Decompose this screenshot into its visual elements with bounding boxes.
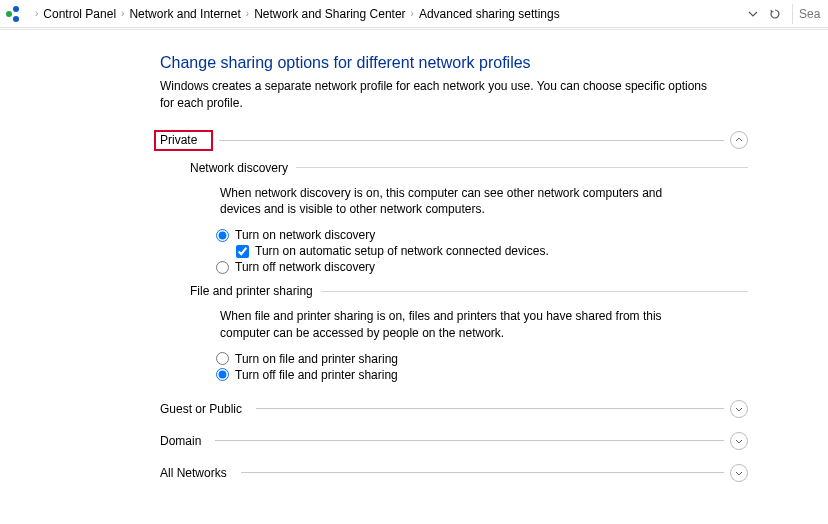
option-label: Turn on network discovery (235, 228, 375, 242)
separator-line (215, 440, 724, 441)
section-description: When file and printer sharing is on, fil… (220, 308, 700, 342)
option-label: Turn on file and printer sharing (235, 352, 398, 366)
main-content: Change sharing options for different net… (0, 30, 828, 482)
radio-nd-on[interactable] (216, 229, 229, 242)
profile-all-header[interactable]: All Networks (160, 464, 748, 482)
section-title: File and printer sharing (190, 284, 321, 298)
separator-line (321, 291, 748, 292)
chevron-right-icon: › (411, 8, 414, 19)
chevron-up-icon[interactable] (730, 131, 748, 149)
address-bar: › Control Panel › Network and Internet ›… (0, 0, 828, 28)
option-label: Turn off file and printer sharing (235, 368, 398, 382)
separator-line (219, 140, 724, 141)
dropdown-button[interactable] (744, 5, 762, 23)
chevron-down-icon[interactable] (730, 464, 748, 482)
chevron-down-icon[interactable] (730, 400, 748, 418)
breadcrumb-item[interactable]: Network and Sharing Center (254, 7, 405, 21)
profile-guest-header[interactable]: Guest or Public (160, 400, 748, 418)
profile-label: Guest or Public (160, 402, 250, 416)
separator-line (256, 408, 724, 409)
chevron-right-icon: › (121, 8, 124, 19)
breadcrumb-item[interactable]: Advanced sharing settings (419, 7, 560, 21)
profile-label: Domain (160, 434, 209, 448)
option-label: Turn on automatic setup of network conne… (255, 244, 549, 258)
breadcrumb-item[interactable]: Control Panel (43, 7, 116, 21)
chevron-down-icon[interactable] (730, 432, 748, 450)
section-description: When network discovery is on, this compu… (220, 185, 700, 219)
file-printer-section: File and printer sharing When file and p… (190, 284, 748, 382)
page-description: Windows creates a separate network profi… (160, 78, 720, 112)
radio-fp-on[interactable] (216, 352, 229, 365)
profile-domain-header[interactable]: Domain (160, 432, 748, 450)
network-discovery-section: Network discovery When network discovery… (190, 161, 748, 275)
separator-line (241, 472, 724, 473)
profile-private-header[interactable]: Private (160, 130, 748, 151)
section-title: Network discovery (190, 161, 296, 175)
refresh-button[interactable] (766, 5, 784, 23)
profile-label: All Networks (160, 466, 235, 480)
page-title: Change sharing options for different net… (160, 54, 748, 72)
search-input[interactable]: Sea (792, 4, 822, 24)
private-label-highlight: Private (154, 130, 213, 151)
network-icon (6, 6, 24, 22)
breadcrumb-item[interactable]: Network and Internet (129, 7, 240, 21)
option-label: Turn off network discovery (235, 260, 375, 274)
chevron-right-icon: › (246, 8, 249, 19)
separator-line (296, 167, 748, 168)
chevron-right-icon: › (35, 8, 38, 19)
checkbox-nd-auto[interactable] (236, 245, 249, 258)
profile-label: Private (160, 133, 205, 147)
radio-nd-off[interactable] (216, 261, 229, 274)
radio-fp-off[interactable] (216, 368, 229, 381)
